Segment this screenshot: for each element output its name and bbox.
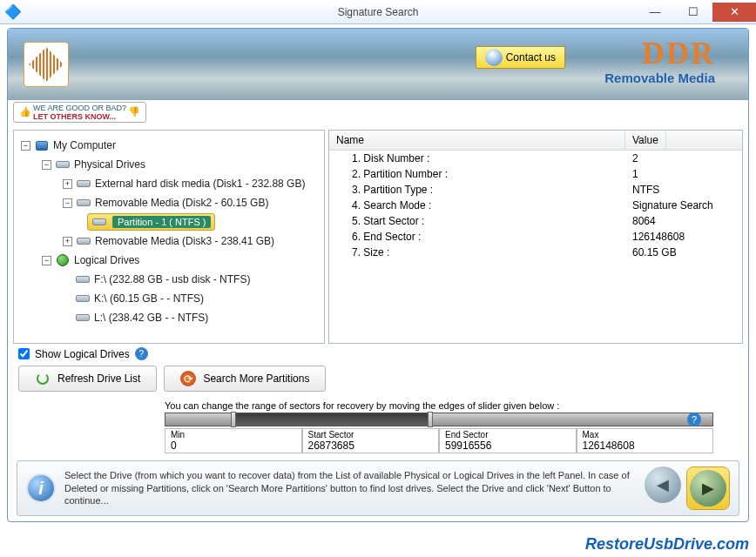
property-row: 1. Disk Number :2 <box>329 151 742 166</box>
property-row: 5. Start Sector :8064 <box>329 213 742 229</box>
tree-toggle[interactable]: + <box>63 237 72 246</box>
prop-name: 7. Size : <box>329 246 625 258</box>
footer-panel: i Select the Drive (from which you want … <box>17 460 739 516</box>
property-row: 2. Partition Number :1 <box>329 166 742 182</box>
drive-icon <box>75 311 91 325</box>
info-icon: i <box>26 473 56 503</box>
banner: Contact us DDR Removable Media <box>8 29 748 100</box>
sector-start: 26873685 <box>308 440 434 452</box>
drive-icon <box>76 234 91 248</box>
maximize-button[interactable]: ☐ <box>674 3 712 22</box>
prop-value: NTFS <box>625 184 659 196</box>
drive-icon <box>55 158 71 171</box>
col-name[interactable]: Name <box>329 131 625 150</box>
computer-icon <box>34 138 50 152</box>
sector-max: 126148608 <box>583 440 708 452</box>
tree-rem2[interactable]: Removable Media (Disk2 - 60.15 GB) <box>95 197 268 209</box>
drive-icon <box>76 196 91 210</box>
help-icon[interactable]: ? <box>135 347 148 360</box>
properties-panel: Name Value 1. Disk Number :22. Partition… <box>328 130 743 344</box>
footer-text: Select the Drive (from which you want to… <box>64 469 636 508</box>
property-row: 4. Search Mode :Signature Search <box>329 198 742 213</box>
slider-handle-start[interactable] <box>231 412 236 427</box>
window-title: Signature Search <box>338 6 419 18</box>
tree-logical[interactable]: Logical Drives <box>74 254 139 266</box>
contact-label: Contact us <box>506 51 556 64</box>
prop-value: 8064 <box>625 215 656 227</box>
person-icon <box>485 49 503 66</box>
tree-toggle[interactable]: − <box>63 198 72 208</box>
show-logical-checkbox[interactable] <box>18 348 30 359</box>
tree-drive-k[interactable]: K:\ (60.15 GB - - NTFS) <box>94 292 204 305</box>
close-button[interactable]: ✕ <box>712 3 756 22</box>
property-row: 3. Partition Type :NTFS <box>329 182 742 198</box>
tree-root[interactable]: My Computer <box>53 139 116 151</box>
tree-physical[interactable]: Physical Drives <box>74 158 145 171</box>
drive-tree-panel: −My Computer −Physical Drives +External … <box>13 130 325 344</box>
slider-label: You can change the range of sectors for … <box>165 400 713 411</box>
tree-toggle[interactable]: − <box>42 160 51 170</box>
refresh-drive-list-button[interactable]: Refresh Drive List <box>18 366 157 392</box>
prop-name: 5. Start Sector : <box>329 215 625 227</box>
tree-toggle[interactable]: − <box>42 256 51 265</box>
prop-name: 3. Partition Type : <box>329 184 625 196</box>
search-more-partitions-button[interactable]: ⟳Search More Partitions <box>164 366 326 392</box>
prop-value: 2 <box>625 152 638 164</box>
contact-us-button[interactable]: Contact us <box>476 46 565 69</box>
thumbs-up-icon: 👍 <box>19 106 31 118</box>
prop-value: 126148608 <box>625 231 685 243</box>
col-value[interactable]: Value <box>625 131 666 150</box>
drive-icon <box>75 292 91 305</box>
tree-ext-disk[interactable]: External hard disk media (Disk1 - 232.88… <box>95 178 305 190</box>
tree-rem3[interactable]: Removable Media (Disk3 - 238.41 GB) <box>95 235 274 247</box>
show-logical-label: Show Logical Drives <box>35 348 130 360</box>
refresh-icon <box>35 371 51 386</box>
tree-drive-f[interactable]: F:\ (232.88 GB - usb disk - NTFS) <box>94 273 250 285</box>
thumbs-down-icon: 👎 <box>128 106 140 118</box>
feedback-link[interactable]: 👍 WE ARE GOOD OR BAD? LET OTHERS KNOW...… <box>13 102 146 123</box>
property-row: 7. Size :60.15 GB <box>329 245 742 260</box>
brand-subtitle: Removable Media <box>604 70 715 85</box>
drive-icon <box>91 215 107 229</box>
tree-toggle[interactable]: + <box>63 179 72 189</box>
tree-partition-selected[interactable]: Partition - 1 ( NTFS ) <box>87 213 215 231</box>
app-icon: 🔷 <box>5 4 21 20</box>
back-button[interactable]: ◀ <box>645 466 681 503</box>
search-icon: ⟳ <box>180 371 196 386</box>
tree-drive-l[interactable]: L:\ (238.42 GB - - NTFS) <box>94 312 208 324</box>
brand-logo: DDR <box>604 37 715 69</box>
prop-name: 6. End Sector : <box>329 231 625 243</box>
prop-value: 60.15 GB <box>625 246 677 258</box>
watermark: RestoreUsbDrive.com <box>585 535 749 554</box>
logo-icon <box>24 42 69 87</box>
property-row: 6. End Sector :126148608 <box>329 229 742 245</box>
sector-min: 0 <box>171 440 296 452</box>
tree-toggle[interactable]: − <box>21 141 30 151</box>
prop-name: 1. Disk Number : <box>329 152 625 164</box>
next-button[interactable]: ▶ <box>690 470 726 507</box>
prop-value: Signature Search <box>625 199 713 211</box>
prop-name: 4. Search Mode : <box>329 199 625 211</box>
drive-icon <box>76 177 91 191</box>
globe-icon <box>55 253 71 267</box>
drive-icon <box>75 272 91 286</box>
sector-range-slider[interactable] <box>165 413 713 426</box>
slider-handle-end[interactable] <box>428 412 433 427</box>
sector-end: 59916556 <box>445 440 570 452</box>
help-icon[interactable]: ? <box>687 413 701 426</box>
prop-value: 1 <box>625 168 638 180</box>
prop-name: 2. Partition Number : <box>329 168 625 180</box>
titlebar: 🔷 Signature Search — ☐ ✕ <box>0 0 756 24</box>
minimize-button[interactable]: — <box>636 3 674 22</box>
